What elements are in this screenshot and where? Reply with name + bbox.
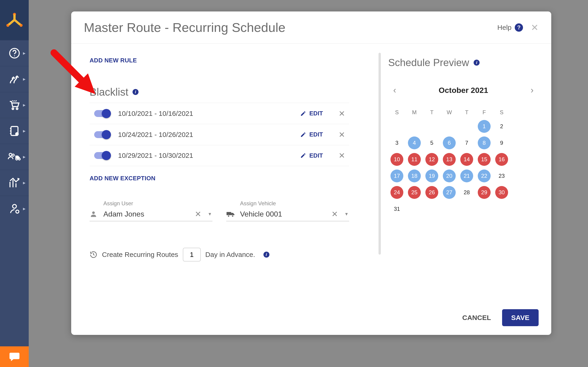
pencil-icon [300, 132, 306, 138]
remove-blacklist-button[interactable]: ✕ [331, 109, 349, 118]
preview-info-icon[interactable]: i [474, 60, 480, 66]
calendar-day[interactable]: 11 [408, 153, 421, 166]
truck-icon [226, 211, 236, 217]
edit-blacklist-button[interactable]: EDIT [300, 152, 323, 159]
advance-prefix: Create Recurring Routes [102, 251, 178, 259]
calendar-day[interactable]: 15 [478, 153, 491, 166]
calendar-day[interactable]: 22 [478, 169, 491, 182]
user-icon [90, 210, 99, 218]
cart-icon [8, 99, 21, 111]
route-logo-icon [5, 11, 24, 29]
calendar-day[interactable]: 29 [478, 186, 491, 199]
calendar-day[interactable]: 21 [460, 169, 473, 182]
nav-team[interactable]: ▸ [0, 144, 29, 170]
calendar-cell: 26 [423, 184, 441, 201]
blacklist-range: 10/24/2021 - 10/26/2021 [118, 131, 292, 139]
calendar-day[interactable]: 20 [443, 169, 456, 182]
calendar-cell: 2 [493, 118, 510, 135]
calendar-day[interactable]: 14 [460, 153, 473, 166]
calendar-day[interactable]: 25 [408, 186, 421, 199]
blacklist-range: 10/10/2021 - 10/16/2021 [118, 110, 292, 117]
calendar-day[interactable]: 18 [408, 169, 421, 182]
calendar-day[interactable]: 28 [460, 186, 473, 199]
chat-icon [9, 351, 20, 363]
nav-addressbook[interactable]: ▸ [0, 118, 29, 144]
chevron-right-icon: ▸ [23, 50, 26, 56]
edit-label: EDIT [309, 131, 323, 138]
svg-point-11 [16, 133, 17, 134]
cancel-button[interactable]: CANCEL [462, 314, 491, 322]
calendar-day[interactable]: 27 [443, 186, 456, 199]
svg-point-16 [12, 204, 16, 208]
calendar-day[interactable]: 13 [443, 153, 456, 166]
calendar-next-button[interactable]: › [528, 84, 536, 96]
edit-blacklist-button[interactable]: EDIT [300, 110, 323, 117]
blacklist-toggle[interactable] [94, 152, 110, 159]
history-icon [90, 251, 97, 259]
calendar-day[interactable]: 6 [443, 136, 456, 149]
recurring-schedule-modal: Master Route - Recurring Schedule Help ?… [71, 11, 551, 335]
clear-user-button[interactable]: ✕ [193, 209, 203, 219]
calendar-prev-button[interactable]: ‹ [391, 84, 398, 96]
calendar-day[interactable]: 24 [390, 186, 403, 199]
help-link[interactable]: Help ? [497, 23, 523, 32]
svg-point-13 [12, 154, 14, 156]
calendar-cell: 19 [423, 168, 441, 184]
edit-blacklist-button[interactable]: EDIT [300, 131, 323, 138]
advance-info-icon[interactable]: i [263, 252, 269, 258]
chevron-down-icon[interactable]: ▾ [207, 211, 212, 217]
calendar-day[interactable]: 16 [495, 153, 508, 166]
blacklist-toggle[interactable] [94, 110, 110, 117]
help-icon: ? [515, 23, 523, 32]
calendar-cell: 17 [388, 168, 406, 184]
calendar-cell: 18 [406, 168, 423, 184]
calendar-day[interactable]: 7 [460, 136, 473, 149]
calendar-cell: 15 [476, 151, 493, 168]
nav-help[interactable]: ▸ [0, 40, 29, 66]
calendar-day[interactable]: 12 [425, 153, 438, 166]
calendar-cell: 27 [441, 184, 458, 201]
assign-user-label: Assign User [103, 200, 212, 207]
add-new-exception-button[interactable]: ADD NEW EXCEPTION [90, 175, 349, 182]
calendar-day[interactable]: 9 [495, 136, 508, 149]
calendar-day[interactable]: 17 [390, 169, 403, 182]
remove-blacklist-button[interactable]: ✕ [331, 151, 349, 160]
chevron-down-icon[interactable]: ▾ [344, 211, 349, 217]
calendar-day[interactable]: 1 [478, 120, 491, 133]
remove-blacklist-button[interactable]: ✕ [331, 130, 349, 139]
calendar-day[interactable]: 10 [390, 153, 403, 166]
nav-analytics[interactable]: ▸ [0, 170, 29, 196]
calendar-day[interactable]: 26 [425, 186, 438, 199]
chat-button[interactable] [0, 346, 29, 367]
calendar-day[interactable]: 23 [495, 169, 508, 182]
blacklist-info-icon[interactable]: i [132, 89, 138, 95]
modal-title: Master Route - Recurring Schedule [84, 20, 285, 35]
save-button[interactable]: SAVE [502, 309, 539, 326]
nav-orders[interactable]: ▸ [0, 92, 29, 118]
calendar-day[interactable]: 19 [425, 169, 438, 182]
calendar-day[interactable]: 2 [495, 120, 508, 133]
calendar-cell: 11 [406, 151, 423, 168]
nav-routes[interactable]: ▸ [0, 66, 29, 92]
calendar-day[interactable]: 5 [425, 136, 438, 149]
calendar-day[interactable]: 3 [390, 136, 403, 149]
calendar-day[interactable]: 4 [408, 136, 421, 149]
calendar-cell: 13 [441, 151, 458, 168]
svg-point-8 [16, 108, 18, 109]
calendar-day[interactable]: 8 [478, 136, 491, 149]
assign-vehicle-select[interactable]: Vehicle 0001 ✕ ▾ [226, 208, 349, 221]
calendar-day[interactable]: 31 [390, 202, 403, 215]
add-new-rule-button[interactable]: ADD NEW RULE [90, 57, 349, 64]
close-button[interactable]: ✕ [531, 23, 539, 32]
blacklist-toggle[interactable] [94, 131, 110, 138]
chevron-right-icon: ▸ [23, 76, 26, 82]
nav-account[interactable]: ▸ [0, 196, 29, 222]
calendar-cell: 29 [476, 184, 493, 201]
assign-user-select[interactable]: Adam Jones ✕ ▾ [90, 208, 212, 221]
svg-point-14 [16, 158, 17, 160]
advance-days-input[interactable] [183, 248, 201, 261]
calendar-day[interactable]: 30 [495, 186, 508, 199]
calendar-cell: 12 [423, 151, 441, 168]
clear-vehicle-button[interactable]: ✕ [330, 209, 340, 219]
calendar-cell: 9 [493, 135, 510, 151]
